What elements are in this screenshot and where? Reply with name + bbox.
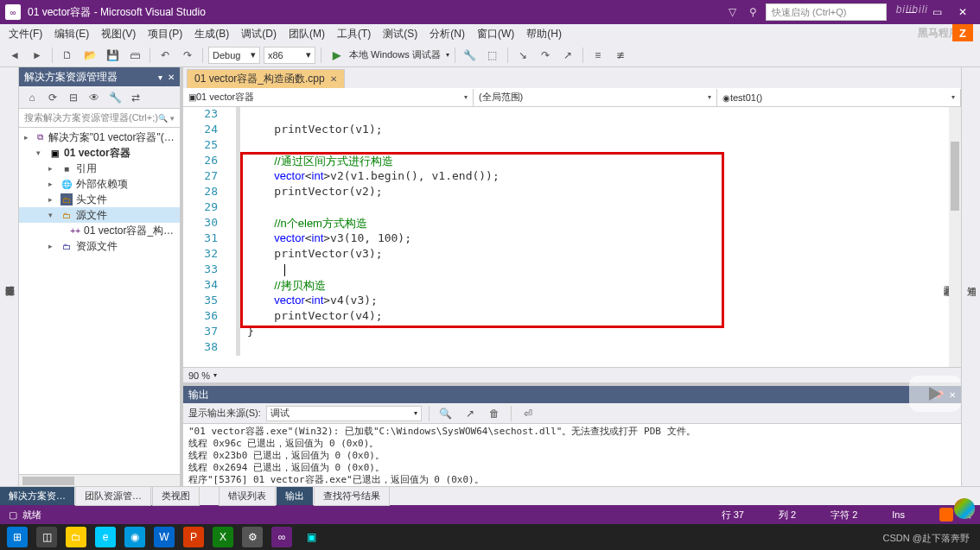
toolbar-btn-b[interactable]: ⬚	[483, 46, 502, 65]
status-char: 字符 2	[830, 509, 857, 522]
cmd-taskbar-icon[interactable]: ▣	[301, 527, 321, 547]
app-taskbar-icon[interactable]: ◉	[124, 527, 145, 547]
menu-item[interactable]: 窗口(W)	[472, 24, 519, 44]
output-clear-button[interactable]: 🗑	[485, 404, 504, 423]
code-editor[interactable]: 2324 printVector(v1);2526 //通过区间方式进行构造27…	[183, 107, 961, 367]
nav-fwd-button[interactable]: ►	[28, 46, 47, 65]
editor-area: 01 vector容器_构造函数.cpp ✕ ▣01 vector容器▾ (全局…	[183, 67, 961, 486]
vs-taskbar-icon[interactable]: ∞	[271, 527, 292, 547]
editor-tab-active[interactable]: 01 vector容器_构造函数.cpp ✕	[187, 69, 345, 88]
tree-item[interactable]: ▸🗀头文件	[19, 192, 180, 207]
main-toolbar: ◄ ► 🗋 📂 💾 🗃 ↶ ↷ Debug▾ x86▾ ▶ 本地 Windows…	[0, 43, 980, 67]
step-over-button[interactable]: ↷	[536, 46, 555, 65]
tree-item[interactable]: ▸■引用	[19, 161, 180, 176]
tree-item[interactable]: ++01 vector容器_构造函数.cpp	[19, 223, 180, 238]
tree-item[interactable]: ▸⧉解决方案"01 vector容器"(1 个项目)	[19, 130, 180, 145]
vs-logo-icon: ∞	[5, 4, 21, 20]
output-goto-button[interactable]: ↗	[461, 404, 480, 423]
menu-item[interactable]: 帮助(H)	[521, 24, 567, 44]
config-combo[interactable]: Debug▾	[208, 47, 260, 64]
bottom-tab[interactable]: 团队资源管…	[75, 486, 151, 506]
output-wrap-button[interactable]: ⏎	[519, 404, 538, 423]
output-find-button[interactable]: 🔍	[436, 404, 455, 423]
tree-item[interactable]: ▸🗀资源文件	[19, 238, 180, 254]
solution-search-input[interactable]: 搜索解决方案资源管理器(Ctrl+;) 🔍 ▾	[19, 109, 180, 128]
solex-hscrollbar[interactable]	[19, 474, 180, 486]
nav-member-combo[interactable]: ◉test01()▾	[717, 89, 961, 106]
menu-item[interactable]: 视图(V)	[96, 24, 141, 44]
folder-taskbar-icon[interactable]: 🗀	[66, 527, 86, 547]
start-debug-label[interactable]: 本地 Windows 调试器	[349, 48, 441, 61]
redo-button[interactable]: ↷	[178, 46, 197, 65]
toolbar-btn-a[interactable]: 🔧	[461, 46, 480, 65]
bottom-tab[interactable]: 解决方案资…	[0, 487, 74, 505]
menu-item[interactable]: 调试(D)	[236, 24, 282, 44]
menu-bar: 文件(F)编辑(E)视图(V)项目(P)生成(B)调试(D)团队(M)工具(T)…	[0, 24, 980, 43]
nav-scope-combo[interactable]: (全局范围)▾	[474, 89, 717, 106]
menu-item[interactable]: 文件(F)	[3, 24, 48, 44]
panel-close-icon[interactable]: ✕	[949, 390, 956, 400]
undo-button[interactable]: ↶	[156, 46, 175, 65]
save-all-button[interactable]: 🗃	[125, 46, 144, 65]
comment-button[interactable]: ≡	[589, 46, 608, 65]
tree-item[interactable]: ▾▣01 vector容器	[19, 145, 180, 161]
edge-taskbar-icon[interactable]: e	[95, 527, 116, 547]
excel-taskbar-icon[interactable]: X	[213, 527, 233, 547]
step-into-button[interactable]: ↘	[513, 46, 532, 65]
save-button[interactable]: 💾	[103, 46, 122, 65]
right-tool-strip: 通知诊断工具	[961, 67, 980, 486]
nav-back-button[interactable]: ◄	[5, 46, 24, 65]
zoom-indicator[interactable]: 90 % ▾	[183, 367, 961, 382]
bottom-tab[interactable]: 输出	[277, 487, 313, 505]
menu-item[interactable]: 测试(S)	[378, 24, 423, 44]
properties-button[interactable]: 🔧	[105, 88, 124, 107]
notifications-icon[interactable]: ▽	[724, 4, 740, 20]
bottom-tab[interactable]: 类视图	[152, 486, 200, 506]
show-all-button[interactable]: 👁	[85, 88, 104, 107]
open-button[interactable]: 📂	[80, 46, 99, 65]
solution-explorer-title: 解决方案资源管理器	[24, 70, 118, 85]
refresh-button[interactable]: ⟳	[43, 88, 62, 107]
minimize-button[interactable]: —	[899, 3, 923, 21]
menu-item[interactable]: 项目(P)	[143, 24, 188, 44]
word-taskbar-icon[interactable]: W	[154, 527, 175, 547]
menu-item[interactable]: 团队(M)	[283, 24, 330, 44]
menu-item[interactable]: 分析(N)	[424, 24, 470, 44]
maximize-button[interactable]: ▭	[925, 3, 949, 21]
left-vtab[interactable]: 服务器资源管理器	[2, 275, 18, 282]
bottom-tab[interactable]: 错误列表	[219, 486, 276, 506]
quick-launch-input[interactable]: 快速启动 (Ctrl+Q)	[766, 3, 887, 21]
panel-pin-icon[interactable]: 📌	[933, 390, 944, 400]
ime-indicator-icon[interactable]	[939, 508, 953, 522]
collapse-button[interactable]: ⊟	[64, 88, 83, 107]
ppt-taskbar-icon[interactable]: P	[183, 527, 204, 547]
editor-vscrollbar[interactable]	[949, 107, 961, 367]
menu-item[interactable]: 工具(T)	[332, 24, 376, 44]
step-out-button[interactable]: ↗	[558, 46, 577, 65]
status-ready: 就绪	[22, 509, 41, 522]
panel-close-icon[interactable]: ✕	[168, 73, 175, 82]
home-button[interactable]: ⌂	[22, 88, 41, 107]
start-button[interactable]: ⊞	[7, 527, 28, 547]
output-source-label: 显示输出来源(S):	[188, 407, 261, 420]
new-project-button[interactable]: 🗋	[58, 46, 77, 65]
uncomment-button[interactable]: ≢	[611, 46, 630, 65]
menu-item[interactable]: 编辑(E)	[49, 24, 94, 44]
feedback-icon[interactable]: ⚲	[745, 4, 760, 20]
nav-project-combo[interactable]: ▣01 vector容器▾	[183, 89, 474, 106]
bottom-tab[interactable]: 查找符号结果	[314, 486, 390, 506]
output-text[interactable]: "01 vector容器.exe"(Win32): 已加载"C:\Windows…	[183, 424, 961, 486]
platform-combo[interactable]: x86▾	[264, 47, 315, 64]
close-button[interactable]: ✕	[951, 3, 975, 21]
tab-close-icon[interactable]: ✕	[330, 74, 337, 84]
tree-item[interactable]: ▸🌐外部依赖项	[19, 176, 180, 192]
right-vtab[interactable]: 通知	[964, 275, 980, 282]
tool-taskbar-icon[interactable]: ⚙	[242, 527, 263, 547]
sync-button[interactable]: ⇄	[126, 88, 145, 107]
tree-item[interactable]: ▾🗀源文件	[19, 207, 180, 223]
start-debug-button[interactable]: ▶	[327, 46, 346, 65]
menu-item[interactable]: 生成(B)	[189, 24, 234, 44]
output-source-combo[interactable]: 调试▾	[266, 406, 422, 421]
panel-dropdown-icon[interactable]: ▾	[158, 73, 162, 82]
taskview-button[interactable]: ◫	[36, 527, 57, 547]
